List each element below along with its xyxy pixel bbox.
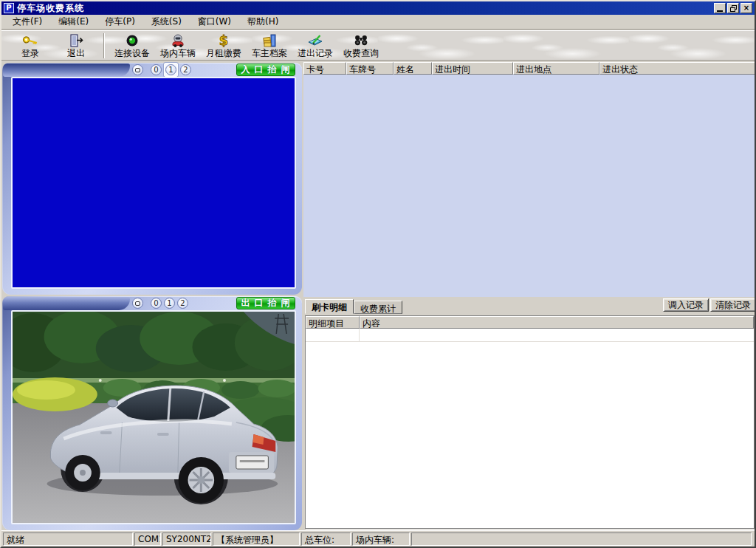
binoculars-icon xyxy=(353,32,369,49)
entrance-camera-buttons: 0 1 2 xyxy=(132,63,191,77)
menu-window[interactable]: 窗口(W) xyxy=(190,14,239,30)
toolbar-connect-device-button[interactable]: 连接设备 xyxy=(109,32,155,60)
column-header-content[interactable]: 内容 xyxy=(360,316,754,329)
car-photo xyxy=(13,312,295,523)
detail-header-row: 明细项目 内容 xyxy=(306,316,754,329)
owner-files-icon xyxy=(261,32,278,49)
camera-1-button[interactable]: 1 xyxy=(165,64,176,75)
restore-button[interactable] xyxy=(727,3,739,13)
toolbar-exit-button[interactable]: 退出 xyxy=(53,32,99,60)
exit-door-icon xyxy=(68,32,84,49)
exit-gate-open-button[interactable]: 出口抬闸 xyxy=(236,297,295,309)
column-header-item[interactable]: 明细项目 xyxy=(306,316,360,329)
camera-1-selected[interactable]: 1 xyxy=(164,63,178,77)
status-total-spaces: 总车位: xyxy=(301,532,351,546)
inout-records-table: 卡号 车牌号 姓名 进出时间 进出地点 进出状态 xyxy=(303,62,756,297)
exit-video-display xyxy=(11,310,296,524)
app-window: P 停车场收费系统 × 文件(F) 编辑(E) 停车(P) 系统(S) 窗口(W… xyxy=(0,0,756,548)
svg-text:$: $ xyxy=(219,33,229,48)
statusbar: 就绪 COM1 SY200NT2 【系统管理员】 总车位: 场内车辆: xyxy=(1,530,755,547)
stop-icon xyxy=(135,301,140,306)
column-header-location[interactable]: 进出地点 xyxy=(513,62,599,75)
status-spare xyxy=(411,532,752,546)
toolbar-label: 车主档案 xyxy=(252,49,287,58)
entrance-video-display xyxy=(11,77,296,289)
toolbar-label: 月租缴费 xyxy=(206,49,241,58)
toolbar-label: 收费查询 xyxy=(343,49,379,58)
menu-edit[interactable]: 编辑(E) xyxy=(50,14,97,30)
status-com-port: COM1 xyxy=(134,532,161,546)
camera-stop-button[interactable] xyxy=(132,64,143,75)
minimize-button[interactable] xyxy=(714,3,726,13)
toolbar-separator xyxy=(103,33,105,58)
car-icon xyxy=(170,32,186,49)
minimize-icon xyxy=(717,10,723,12)
menu-system[interactable]: 系统(S) xyxy=(143,14,190,30)
tab-card-detail[interactable]: 刷卡明细 xyxy=(305,299,354,314)
close-button[interactable]: × xyxy=(740,3,752,13)
column-header-time[interactable]: 进出时间 xyxy=(432,62,513,75)
records-table-body[interactable] xyxy=(303,75,756,297)
tab-fee-summary[interactable]: 收费累计 xyxy=(354,301,402,314)
column-header-plate-no[interactable]: 车牌号 xyxy=(346,62,394,75)
entrance-camera-header: 0 1 2 入口抬闸 xyxy=(2,63,302,77)
toolbar: 登录 退出 连接设备 场内车辆 $ 月租缴费 xyxy=(1,30,755,61)
column-header-card-no[interactable]: 卡号 xyxy=(303,62,346,75)
detail-section: 刷卡明细 收费累计 调入记录 清除记录 明细项目 内容 xyxy=(303,297,756,532)
toolbar-fee-query-button[interactable]: 收费查询 xyxy=(338,32,384,60)
toolbar-vehicles-inside-button[interactable]: 场内车辆 xyxy=(155,32,201,60)
toolbar-label: 连接设备 xyxy=(114,49,150,58)
menu-help[interactable]: 帮助(H) xyxy=(239,14,286,30)
dollar-icon: $ xyxy=(216,32,232,49)
detail-empty-row[interactable] xyxy=(306,329,754,342)
status-operator: 【系统管理员】 xyxy=(213,532,300,546)
records-header-row: 卡号 车牌号 姓名 进出时间 进出地点 进出状态 xyxy=(303,62,756,75)
camera-2-button[interactable]: 2 xyxy=(177,298,188,309)
device-led-icon xyxy=(124,32,140,49)
column-header-name[interactable]: 姓名 xyxy=(394,62,432,75)
camera-1-button[interactable]: 1 xyxy=(164,298,175,309)
app-icon: P xyxy=(4,3,14,13)
camera-2-button[interactable]: 2 xyxy=(180,64,191,75)
notepad-pen-icon xyxy=(307,32,323,49)
exit-camera-header: 0 1 2 出口抬闸 xyxy=(2,296,302,310)
detail-tabs: 刷卡明细 收费累计 xyxy=(305,299,402,314)
titlebar[interactable]: P 停车场收费系统 × xyxy=(1,1,755,15)
close-icon: × xyxy=(743,4,749,12)
panel-swoosh-decoration xyxy=(3,297,130,310)
detail-table: 明细项目 内容 xyxy=(305,315,755,529)
panel-swoosh-decoration xyxy=(3,64,130,77)
status-device-model: SY200NT2 xyxy=(162,532,211,546)
camera-0-button[interactable]: 0 xyxy=(151,298,162,309)
toolbar-label: 场内车辆 xyxy=(160,49,196,58)
stop-icon xyxy=(135,68,140,72)
toolbar-label: 退出 xyxy=(67,49,85,58)
toolbar-label: 进出记录 xyxy=(298,49,333,58)
toolbar-inout-records-button[interactable]: 进出记录 xyxy=(292,32,338,60)
clear-records-button[interactable]: 清除记录 xyxy=(710,298,756,312)
menu-file[interactable]: 文件(F) xyxy=(4,14,50,30)
menu-parking[interactable]: 停车(P) xyxy=(97,14,143,30)
entrance-camera-panel: 0 1 2 入口抬闸 xyxy=(2,63,302,295)
toolbar-monthly-fee-button[interactable]: $ 月租缴费 xyxy=(201,32,247,60)
toolbar-login-button[interactable]: 登录 xyxy=(7,32,53,60)
key-icon xyxy=(22,32,38,49)
status-vehicles-inside: 场内车辆: xyxy=(352,532,410,546)
restore-icon xyxy=(730,5,737,12)
menubar: 文件(F) 编辑(E) 停车(P) 系统(S) 窗口(W) 帮助(H) xyxy=(1,15,755,30)
toolbar-label: 登录 xyxy=(21,49,39,58)
window-title: 停车场收费系统 xyxy=(17,2,712,15)
exit-camera-buttons: 0 1 2 xyxy=(132,296,188,310)
load-records-button[interactable]: 调入记录 xyxy=(663,298,709,312)
exit-camera-panel: 0 1 2 出口抬闸 xyxy=(2,296,302,530)
column-header-status[interactable]: 进出状态 xyxy=(599,62,756,75)
status-ready: 就绪 xyxy=(3,532,133,546)
camera-stop-button[interactable] xyxy=(132,298,143,309)
entrance-gate-open-button[interactable]: 入口抬闸 xyxy=(236,64,295,76)
camera-0-button[interactable]: 0 xyxy=(151,64,162,75)
toolbar-owner-files-button[interactable]: 车主档案 xyxy=(247,32,292,60)
